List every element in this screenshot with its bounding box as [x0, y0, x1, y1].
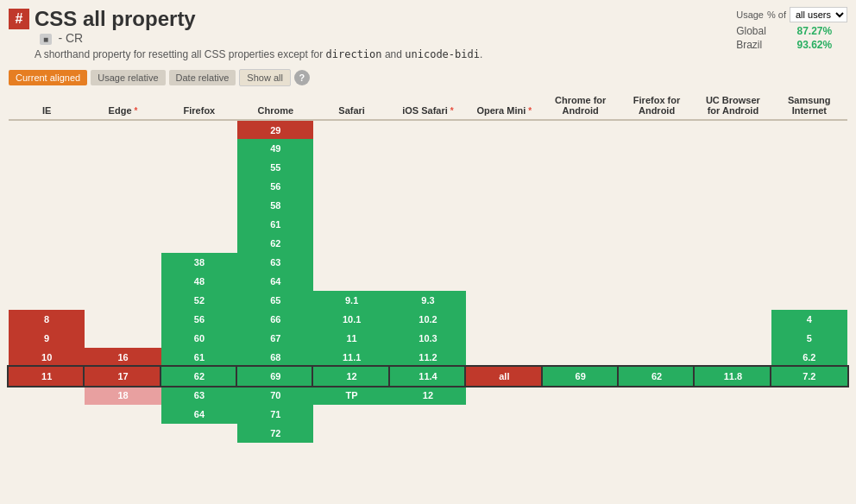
table-cell: 12	[313, 367, 389, 386]
table-row: 29	[9, 120, 847, 139]
table-cell	[85, 215, 160, 234]
page-title: CSS all property	[35, 7, 482, 31]
table-cell	[466, 177, 542, 196]
usage-dropdown[interactable]: all users	[790, 7, 847, 22]
table-cell	[619, 348, 695, 367]
table-cell	[771, 386, 847, 405]
table-cell	[619, 329, 695, 348]
table-cell: 62	[237, 234, 313, 253]
table-cell	[695, 215, 771, 234]
table-cell: 61	[161, 348, 237, 367]
table-cell	[85, 291, 160, 310]
table-cell	[9, 120, 85, 139]
table-cell: 64	[237, 272, 313, 291]
table-cell	[771, 424, 847, 443]
table-cell: 72	[237, 424, 313, 443]
table-cell	[390, 177, 466, 196]
table-cell	[390, 234, 466, 253]
table-cell	[161, 234, 237, 253]
table-cell	[85, 329, 160, 348]
table-cell	[313, 253, 389, 272]
table-cell: 9.3	[390, 291, 466, 310]
table-cell	[466, 348, 542, 367]
toolbar: Current aligned Usage relative Date rela…	[0, 64, 856, 91]
table-cell	[695, 329, 771, 348]
table-cell: 9.1	[313, 291, 389, 310]
col-header-firefox-android: Firefox forAndroid	[619, 91, 695, 120]
table-cell: 52	[161, 291, 237, 310]
table-cell: 11	[313, 329, 389, 348]
table-cell: 4	[771, 310, 847, 329]
table-row: 56	[9, 177, 847, 196]
col-header-opera-mini: Opera Mini *	[466, 91, 542, 120]
header: # CSS all property ■ - CR A shorthand pr…	[0, 0, 856, 64]
table-cell	[771, 120, 847, 139]
table-cell	[313, 424, 389, 443]
table-cell	[619, 310, 695, 329]
table-cell	[313, 272, 389, 291]
help-icon[interactable]: ?	[294, 70, 310, 85]
usage-panel: Usage % of all users Global 87.27% Brazi…	[736, 7, 847, 53]
table-cell: 69	[237, 367, 313, 386]
table-row: 1016616811.111.26.2	[9, 348, 847, 367]
date-relative-button[interactable]: Date relative	[169, 70, 236, 85]
table-cell	[85, 310, 160, 329]
table-cell	[619, 253, 695, 272]
table-cell	[466, 329, 542, 348]
table-cell: 18	[85, 386, 160, 405]
hash-icon: #	[9, 9, 29, 29]
table-cell	[695, 424, 771, 443]
table-cell: 9	[9, 329, 85, 348]
col-header-chrome: Chrome	[237, 91, 313, 120]
table-cell	[9, 405, 85, 424]
current-aligned-button[interactable]: Current aligned	[9, 70, 87, 85]
usage-row-global: Global 87.27%	[736, 25, 847, 37]
table-cell	[543, 291, 619, 310]
table-cell	[695, 177, 771, 196]
table-row: 52659.19.3	[9, 291, 847, 310]
col-header-firefox: Firefox	[161, 91, 237, 120]
table-cell: 11.4	[390, 367, 466, 386]
table-cell	[313, 120, 389, 139]
table-cell	[85, 424, 160, 443]
table-cell: 49	[237, 139, 313, 158]
table-cell: 12	[390, 386, 466, 405]
table-cell	[466, 158, 542, 177]
col-header-uc-browser: UC Browserfor Android	[695, 91, 771, 120]
table-cell	[543, 386, 619, 405]
usage-global-value: 87.27%	[784, 25, 832, 37]
table-cell: 68	[237, 348, 313, 367]
table-cell: 63	[161, 386, 237, 405]
usage-relative-button[interactable]: Usage relative	[91, 70, 165, 85]
col-header-ios-safari: iOS Safari *	[390, 91, 466, 120]
table-cell: 10.1	[313, 310, 389, 329]
title-badge: ■	[40, 34, 52, 45]
table-cell	[85, 272, 160, 291]
table-cell: 38	[161, 253, 237, 272]
table-cell	[695, 139, 771, 158]
table-cell: 62	[161, 367, 237, 386]
table-cell	[466, 253, 542, 272]
usage-brazil-label: Brazil	[736, 39, 779, 51]
table-cell	[466, 405, 542, 424]
table-cell: 56	[237, 177, 313, 196]
table-cell	[466, 386, 542, 405]
table-cell	[619, 234, 695, 253]
table-cell	[466, 120, 542, 139]
table-cell	[313, 177, 389, 196]
usage-brazil-value: 93.62%	[784, 39, 832, 51]
table-row: 111762691211.4all696211.87.2	[9, 367, 847, 386]
table-cell	[619, 177, 695, 196]
table-cell	[313, 139, 389, 158]
col-header-safari: Safari	[313, 91, 389, 120]
table-cell	[695, 405, 771, 424]
table-cell	[313, 196, 389, 215]
table-cell	[619, 139, 695, 158]
table-cell: 55	[237, 158, 313, 177]
table-cell: 64	[161, 405, 237, 424]
table-cell	[9, 215, 85, 234]
table-cell	[543, 253, 619, 272]
table-cell	[771, 158, 847, 177]
usage-header-label: Usage	[736, 9, 764, 20]
show-all-button[interactable]: Show all	[239, 69, 291, 86]
